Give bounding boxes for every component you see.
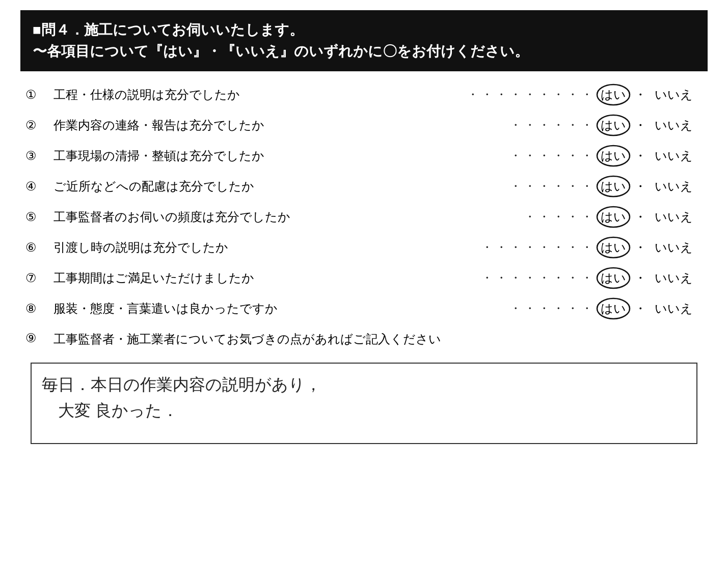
- answer-sep-5: ・: [634, 209, 646, 225]
- q-num-6: ⑥: [25, 240, 53, 255]
- answer-area-4: はい・いいえ: [601, 178, 703, 195]
- answer-area-2: はい・いいえ: [601, 117, 703, 133]
- q9-answer-line1: 毎日．本日の作業内容の説明があり，: [42, 372, 686, 398]
- answer-area-6: はい・いいえ: [601, 239, 703, 256]
- q-dots-8: ・・・・・・: [510, 301, 596, 316]
- hai-label-2: はい: [601, 117, 626, 133]
- hai-label-1: はい: [601, 87, 626, 103]
- q9-section: ⑨ 工事監督者・施工業者についてお気づきの点があればご記入ください 毎日．本日の…: [20, 331, 708, 444]
- q-text-2: 作業内容の連絡・報告は充分でしたか: [53, 117, 505, 133]
- header-box: ■問４．施工についてお伺いいたします。 〜各項目について『はい』・『いいえ』のい…: [20, 10, 708, 71]
- iie-label-8: いいえ: [655, 300, 693, 317]
- iie-label-4: いいえ: [655, 178, 693, 195]
- answer-area-5: はい・いいえ: [601, 209, 703, 225]
- answer-sep-6: ・: [634, 239, 646, 256]
- q-num-7: ⑦: [25, 271, 53, 285]
- q-num-1: ①: [25, 88, 53, 102]
- q9-num: ⑨: [25, 331, 53, 345]
- answer-sep-8: ・: [634, 300, 646, 317]
- question-item-3: ③工事現場の清掃・整頓は充分でしたか・・・・・・はい・いいえ: [25, 148, 703, 164]
- answer-area-7: はい・いいえ: [601, 270, 703, 286]
- hai-label-3: はい: [601, 148, 626, 164]
- hai-label-4: はい: [601, 178, 626, 195]
- q-dots-3: ・・・・・・: [510, 148, 596, 163]
- answer-sep-2: ・: [634, 117, 646, 133]
- q-dots-7: ・・・・・・・・: [481, 270, 596, 286]
- q-dots-6: ・・・・・・・・: [481, 240, 596, 255]
- question-item-7: ⑦工事期間はご満足いただけましたか・・・・・・・・はい・いいえ: [25, 270, 703, 286]
- q-text-6: 引渡し時の説明は充分でしたか: [53, 239, 476, 256]
- q-dots-1: ・・・・・・・・・: [467, 87, 596, 102]
- answer-sep-4: ・: [634, 178, 646, 195]
- question-item-8: ⑧服装・態度・言葉遣いは良かったですか・・・・・・はい・いいえ: [25, 300, 703, 317]
- q-num-8: ⑧: [25, 301, 53, 316]
- q-text-7: 工事期間はご満足いただけましたか: [53, 270, 476, 286]
- hai-label-8: はい: [601, 300, 626, 317]
- q-text-5: 工事監督者のお伺いの頻度は充分でしたか: [53, 209, 519, 225]
- q-num-3: ③: [25, 149, 53, 163]
- answer-sep-1: ・: [634, 87, 646, 103]
- q-dots-2: ・・・・・・: [510, 118, 596, 133]
- q9-answer-line2: 大変 良かった．: [42, 398, 686, 424]
- iie-label-5: いいえ: [655, 209, 693, 225]
- header-line1: ■問４．施工についてお伺いいたします。: [33, 19, 695, 41]
- iie-label-2: いいえ: [655, 117, 693, 133]
- answer-area-8: はい・いいえ: [601, 300, 703, 317]
- q-num-4: ④: [25, 179, 53, 194]
- q-text-1: 工程・仕様の説明は充分でしたか: [53, 87, 462, 103]
- q-text-4: ご近所などへの配慮は充分でしたか: [53, 178, 505, 195]
- answer-area-3: はい・いいえ: [601, 148, 703, 164]
- iie-label-3: いいえ: [655, 148, 693, 164]
- hai-label-6: はい: [601, 239, 626, 256]
- q-dots-4: ・・・・・・: [510, 179, 596, 194]
- header-line2: 〜各項目について『はい』・『いいえ』のいずれかに〇をお付けください。: [33, 41, 695, 62]
- question-item-6: ⑥引渡し時の説明は充分でしたか・・・・・・・・はい・いいえ: [25, 239, 703, 256]
- question-list: ①工程・仕様の説明は充分でしたか・・・・・・・・・はい・いいえ②作業内容の連絡・…: [20, 87, 708, 317]
- iie-label-7: いいえ: [655, 270, 693, 286]
- hai-label-5: はい: [601, 209, 626, 225]
- q-num-2: ②: [25, 118, 53, 132]
- q-num-5: ⑤: [25, 210, 53, 224]
- question-item-1: ①工程・仕様の説明は充分でしたか・・・・・・・・・はい・いいえ: [25, 87, 703, 103]
- answer-sep-7: ・: [634, 270, 646, 286]
- iie-label-1: いいえ: [655, 87, 693, 103]
- answer-area-1: はい・いいえ: [601, 87, 703, 103]
- answer-sep-3: ・: [634, 148, 646, 164]
- q9-text: 工事監督者・施工業者についてお気づきの点があればご記入ください: [53, 331, 441, 347]
- question-item-2: ②作業内容の連絡・報告は充分でしたか・・・・・・はい・いいえ: [25, 117, 703, 133]
- q-text-8: 服装・態度・言葉遣いは良かったですか: [53, 300, 505, 317]
- question-item-5: ⑤工事監督者のお伺いの頻度は充分でしたか・・・・・はい・いいえ: [25, 209, 703, 225]
- q-dots-5: ・・・・・: [524, 209, 596, 225]
- hai-label-7: はい: [601, 270, 626, 286]
- iie-label-6: いいえ: [655, 239, 693, 256]
- q9-textbox: 毎日．本日の作業内容の説明があり， 大変 良かった．: [31, 363, 697, 444]
- question-item-4: ④ご近所などへの配慮は充分でしたか・・・・・・はい・いいえ: [25, 178, 703, 195]
- q-text-3: 工事現場の清掃・整頓は充分でしたか: [53, 148, 505, 164]
